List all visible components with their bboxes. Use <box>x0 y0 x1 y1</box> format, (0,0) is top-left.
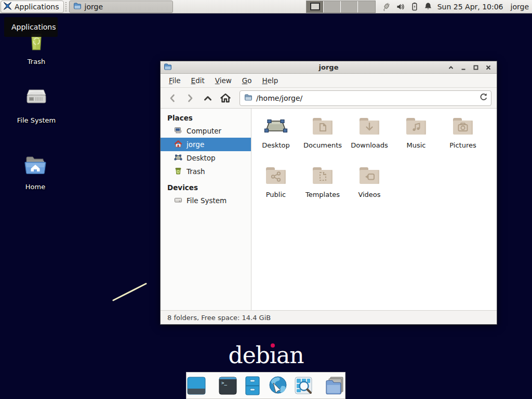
logo-i: ı <box>270 342 276 368</box>
applications-tooltip: Applications <box>4 17 58 37</box>
workspace-4[interactable] <box>358 1 375 12</box>
folder-icon <box>73 2 82 11</box>
workspace-1[interactable] <box>307 1 324 12</box>
sidebar: Places Computer jorge Desktop Trash <box>161 109 251 310</box>
power-plug-icon[interactable] <box>381 2 391 11</box>
menu-help[interactable]: Help <box>257 74 284 87</box>
sidebar-item-label: File System <box>187 196 227 205</box>
sidebar-item-computer[interactable]: Computer <box>161 124 251 138</box>
workspace-3[interactable] <box>341 1 358 12</box>
applications-menu-label: Applications <box>15 3 59 11</box>
refresh-icon[interactable] <box>479 92 488 103</box>
xfce-logo-icon <box>3 2 12 12</box>
folder-label: Public <box>266 191 286 198</box>
sidebar-header-places: Places <box>161 112 251 124</box>
window-titlebar[interactable]: jorge <box>161 61 497 74</box>
panel-grip[interactable] <box>65 2 68 11</box>
menu-view[interactable]: View <box>210 74 237 87</box>
logo-text: deb <box>228 342 269 368</box>
web-browser-icon[interactable] <box>267 375 289 396</box>
folder-label: Videos <box>358 191 380 198</box>
folder-label: Templates <box>305 191 340 198</box>
menu-edit[interactable]: Edit <box>186 74 210 87</box>
workspace-switcher[interactable] <box>306 1 376 13</box>
menu-file[interactable]: File <box>164 74 186 87</box>
desktop-icon-label: File System <box>16 116 57 125</box>
folder-item-music[interactable]: Music <box>393 114 440 154</box>
taskbar-window-button[interactable]: jorge <box>69 1 173 13</box>
sidebar-item-label: jorge <box>187 140 204 149</box>
hard-drive-icon <box>174 196 182 206</box>
status-bar: 8 folders, Free space: 14.4 GiB <box>161 310 497 324</box>
volume-icon[interactable] <box>396 3 405 11</box>
debian-logo: debıan <box>0 342 532 368</box>
public-folder-icon <box>263 163 288 188</box>
shade-button[interactable] <box>446 62 456 73</box>
home-button[interactable] <box>218 90 233 106</box>
sidebar-item-jorge[interactable]: jorge <box>161 138 251 151</box>
folder-item-desktop[interactable]: Desktop <box>252 114 299 154</box>
desktop-icon-home[interactable]: Home <box>10 153 60 191</box>
desktop-icon-file-system[interactable]: File System <box>11 87 61 125</box>
menu-bar: File Edit View Go Help <box>161 74 497 88</box>
taskbar-window-label: jorge <box>85 3 103 11</box>
logo-text: an <box>276 342 304 368</box>
sidebar-item-trash[interactable]: Trash <box>161 165 251 178</box>
bottom-dock-panel: >_ <box>186 372 345 399</box>
sidebar-header-devices: Devices <box>161 181 251 194</box>
folder-view[interactable]: Desktop Documents Downloads Music Pictur <box>251 109 497 310</box>
desktop-icon <box>174 153 182 163</box>
folder-item-downloads[interactable]: Downloads <box>346 114 393 154</box>
desktop: Applications jorge <box>0 0 532 399</box>
pictures-folder-icon <box>450 114 475 139</box>
file-manager-window: jorge File Edit View Go Help <box>160 61 497 325</box>
folder-item-templates[interactable]: Templates <box>299 163 346 204</box>
directory-menu-folder-icon[interactable] <box>324 375 346 396</box>
maximize-button[interactable] <box>471 62 481 73</box>
battery-charging-icon[interactable] <box>410 2 419 11</box>
folder-label: Documents <box>303 141 342 149</box>
folder-item-pictures[interactable]: Pictures <box>440 114 486 154</box>
sidebar-item-file-system[interactable]: File System <box>161 194 251 207</box>
panel-username[interactable]: jorge <box>511 3 529 11</box>
path-folder-icon <box>244 93 252 103</box>
videos-folder-icon <box>357 163 382 188</box>
sidebar-item-label: Desktop <box>187 154 216 162</box>
desktop-line-artifact <box>109 280 151 305</box>
file-manager-cabinet-icon[interactable] <box>242 375 263 396</box>
path-bar[interactable]: /home/jorge/ <box>240 90 491 106</box>
desktop-icon-label: Trash <box>26 57 47 66</box>
desktop-icon-label: Home <box>24 182 47 191</box>
folder-item-documents[interactable]: Documents <box>299 114 346 154</box>
terminal-icon[interactable]: >_ <box>217 375 238 396</box>
menu-go[interactable]: Go <box>237 74 257 87</box>
window-folder-icon <box>164 62 172 73</box>
minimize-button[interactable] <box>458 62 469 73</box>
folder-item-videos[interactable]: Videos <box>346 163 393 204</box>
applications-menu-button[interactable]: Applications <box>1 1 64 13</box>
debian-red-dot <box>271 343 275 348</box>
folder-item-public[interactable]: Public <box>252 163 299 204</box>
downloads-folder-icon <box>357 114 382 139</box>
app-finder-icon[interactable] <box>293 375 314 396</box>
notifications-bell-icon[interactable] <box>424 2 432 11</box>
sidebar-item-label: Trash <box>187 167 205 176</box>
folder-label: Downloads <box>351 141 388 149</box>
home-folder-icon <box>10 153 60 180</box>
back-button[interactable] <box>165 90 180 106</box>
workspace-2[interactable] <box>324 1 341 12</box>
forward-button[interactable] <box>182 90 198 106</box>
folder-label: Music <box>407 141 426 149</box>
up-button[interactable] <box>200 90 216 106</box>
show-desktop-icon[interactable] <box>186 375 207 396</box>
clock[interactable]: Sun 25 Apr, 10:06 <box>437 3 503 11</box>
home-icon <box>174 140 182 150</box>
sidebar-item-desktop[interactable]: Desktop <box>161 151 251 165</box>
close-button[interactable] <box>483 62 494 73</box>
music-folder-icon <box>404 114 429 139</box>
desktop-icon <box>263 114 288 139</box>
svg-text:>_: >_ <box>221 380 227 385</box>
top-panel: Applications jorge <box>0 0 532 14</box>
path-text[interactable]: /home/jorge/ <box>256 94 479 102</box>
hard-drive-icon <box>11 87 61 114</box>
